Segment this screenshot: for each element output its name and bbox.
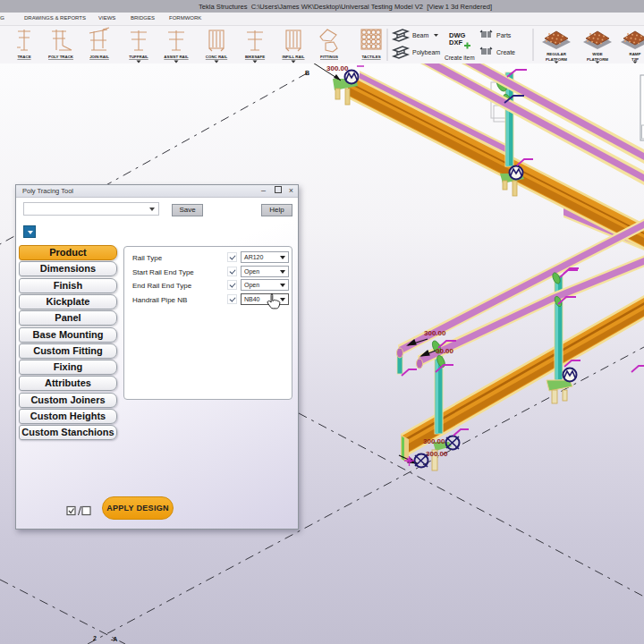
svg-text:300.00: 300.00 [424,329,446,337]
svg-text:RAMP: RAMP [630,52,641,56]
svg-text:Create item: Create item [445,55,475,61]
svg-text:300.00: 300.00 [326,64,349,72]
svg-text:INFILL RAIL: INFILL RAIL [282,55,304,59]
svg-text:PLATFORM: PLATFORM [546,57,567,62]
svg-text:JOIN RAIL: JOIN RAIL [89,55,109,59]
svg-text:PLATFORM: PLATFORM [587,57,608,62]
svg-text:REGULAR: REGULAR [547,52,567,56]
svg-text:FITTINGS: FITTINGS [320,55,338,59]
svg-text:WIDE: WIDE [592,52,603,56]
svg-text:TACTILES: TACTILES [361,55,380,59]
svg-text:300.00: 300.00 [426,450,448,458]
svg-text:POLY TRACK: POLY TRACK [48,55,74,59]
svg-text:BIKESAFE: BIKESAFE [245,55,265,59]
svg-text:-A: -A [111,636,117,642]
svg-text:Polybeam: Polybeam [412,49,440,56]
svg-text:90.00: 90.00 [436,347,454,355]
svg-text:Parts: Parts [496,32,512,38]
svg-text:ASSIST RAIL: ASSIST RAIL [164,55,189,59]
svg-text:Create: Create [496,49,515,55]
svg-text:2: 2 [93,635,97,641]
svg-text:T2P: T2P [631,57,639,62]
svg-text:DXF: DXF [449,38,462,47]
svg-text:B: B [305,70,309,76]
svg-text:TRACE: TRACE [17,55,30,59]
svg-text:TUFFRAIL: TUFFRAIL [129,55,148,59]
svg-text:300.00: 300.00 [423,437,445,445]
svg-text:CONC RAIL: CONC RAIL [206,55,228,59]
svg-text:Beam: Beam [412,32,428,38]
